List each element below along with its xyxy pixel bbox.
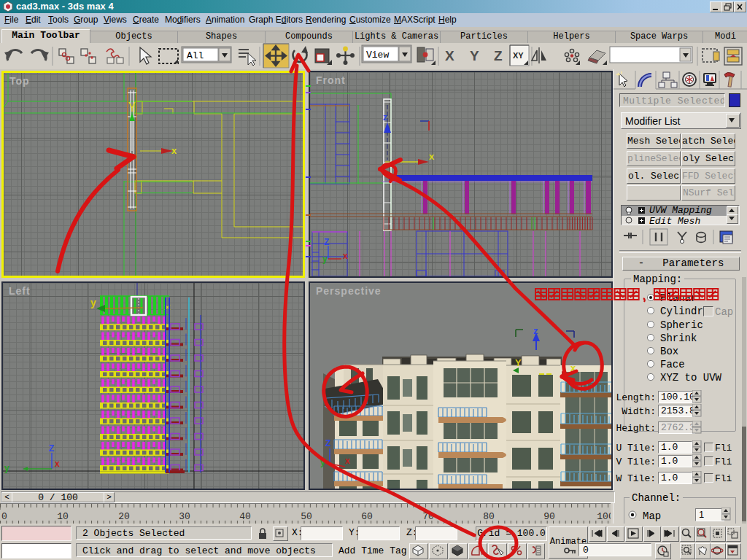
svg-text:Z: Z bbox=[324, 237, 329, 247]
svg-text:XY: XY bbox=[513, 51, 524, 60]
svg-text:Y: Y bbox=[470, 48, 479, 63]
svg-text:x: x bbox=[429, 151, 435, 162]
svg-text:All: All bbox=[187, 50, 204, 61]
svg-text:30: 30 bbox=[179, 511, 190, 522]
svg-text:10: 10 bbox=[57, 511, 69, 522]
svg-text:0: 0 bbox=[1, 511, 7, 522]
svg-text:90: 90 bbox=[543, 511, 555, 522]
svg-text:x: x bbox=[171, 145, 177, 156]
svg-text:50: 50 bbox=[301, 511, 312, 522]
svg-text:Z: Z bbox=[325, 438, 330, 448]
svg-text:y: y bbox=[4, 463, 9, 473]
svg-text:x: x bbox=[345, 456, 350, 466]
svg-text:Z: Z bbox=[49, 443, 54, 454]
svg-text:70: 70 bbox=[422, 511, 434, 522]
svg-text:x: x bbox=[570, 362, 576, 373]
svg-text:z: z bbox=[383, 112, 387, 122]
svg-text:Z: Z bbox=[494, 48, 503, 63]
svg-text:X: X bbox=[445, 48, 454, 63]
svg-text:y: y bbox=[320, 457, 325, 467]
svg-text:Y: Y bbox=[515, 357, 522, 368]
svg-text:x: x bbox=[55, 459, 60, 469]
svg-text:100: 100 bbox=[597, 511, 611, 522]
svg-text:y: y bbox=[322, 254, 328, 264]
svg-text:40: 40 bbox=[239, 511, 251, 522]
svg-text:View: View bbox=[366, 50, 389, 61]
svg-text:60: 60 bbox=[361, 511, 373, 522]
svg-text:80: 80 bbox=[483, 511, 495, 522]
svg-text:x: x bbox=[343, 251, 348, 261]
svg-text:20: 20 bbox=[118, 511, 130, 522]
svg-text:y: y bbox=[90, 297, 96, 308]
